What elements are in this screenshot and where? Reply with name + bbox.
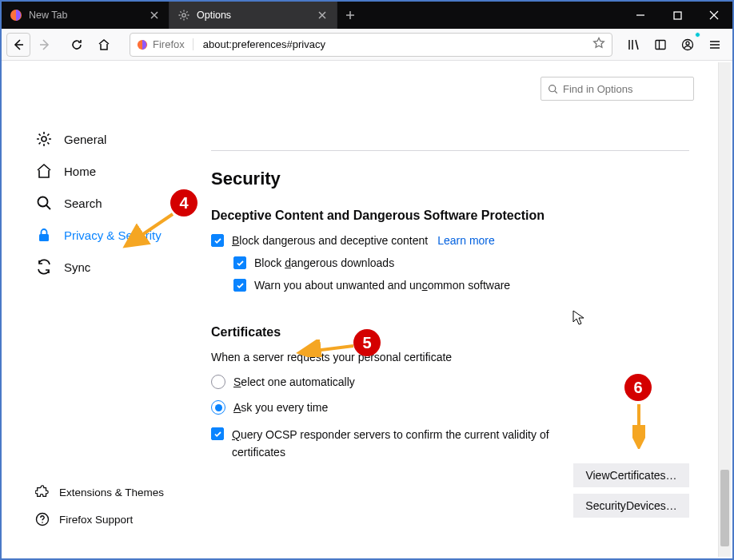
svg-point-8 bbox=[42, 137, 46, 141]
annotation-arrow-4 bbox=[120, 209, 178, 249]
find-in-options[interactable]: Find in Options bbox=[541, 77, 694, 101]
annotation-6: 6 bbox=[624, 374, 652, 401]
section-divider bbox=[211, 150, 689, 151]
radio-icon bbox=[211, 400, 225, 415]
firefox-icon bbox=[10, 9, 22, 22]
sidebar-item-home[interactable]: Home bbox=[30, 155, 190, 187]
category-sidebar: General Home Search Privacy & Security S… bbox=[30, 123, 190, 283]
radio-label: Select one automatically bbox=[233, 375, 355, 388]
sidebar-item-label: Firefox Support bbox=[59, 514, 133, 526]
sidebar-item-sync[interactable]: Sync bbox=[30, 251, 190, 283]
site-identity[interactable]: Firefox bbox=[137, 38, 193, 50]
maximize-button[interactable] bbox=[659, 2, 696, 29]
checkbox-icon bbox=[211, 427, 224, 440]
url-bar[interactable]: Firefox about:preferences#privacy bbox=[130, 33, 612, 57]
home-button[interactable] bbox=[91, 32, 117, 58]
scrollbar[interactable] bbox=[718, 62, 731, 557]
radio-select-automatically[interactable]: Select one automatically bbox=[211, 375, 689, 389]
annotation-5: 5 bbox=[353, 329, 381, 356]
sidebar-item-label: Home bbox=[64, 165, 96, 178]
checkbox-label: Warn you about unwanted and uncommon sof… bbox=[254, 279, 510, 292]
checkbox-icon bbox=[233, 256, 246, 269]
search-icon bbox=[548, 84, 558, 94]
checkbox-icon bbox=[233, 279, 246, 292]
sidebar-footer: Extensions & Themes Firefox Support bbox=[30, 479, 206, 533]
annotation-arrow-5 bbox=[296, 340, 358, 357]
checkbox-label: Query OCSP responder servers to confirm … bbox=[232, 426, 563, 462]
new-tab-button[interactable] bbox=[337, 2, 363, 29]
annotation-arrow-6 bbox=[632, 401, 645, 449]
sidebar-item-label: Search bbox=[64, 197, 102, 210]
tab-options[interactable]: Options bbox=[170, 2, 337, 29]
svg-point-9 bbox=[38, 197, 48, 207]
learn-more-link[interactable]: Learn more bbox=[437, 234, 495, 247]
sidebar-item-support[interactable]: Firefox Support bbox=[30, 506, 206, 533]
nav-toolbar: Firefox about:preferences#privacy bbox=[2, 29, 732, 61]
tab-close-icon[interactable] bbox=[148, 9, 161, 22]
library-button[interactable] bbox=[620, 32, 646, 58]
sidebar-item-extensions[interactable]: Extensions & Themes bbox=[30, 479, 206, 506]
svg-point-6 bbox=[686, 42, 689, 45]
gear-icon bbox=[35, 130, 53, 148]
annotation-4: 4 bbox=[170, 189, 197, 216]
radio-label: Ask you every time bbox=[233, 401, 328, 414]
minimize-button[interactable] bbox=[622, 2, 659, 29]
security-devices-button[interactable]: Security Devices… bbox=[573, 494, 689, 518]
forward-button[interactable] bbox=[32, 32, 58, 58]
sidebar-item-label: Sync bbox=[64, 260, 90, 274]
reload-button[interactable] bbox=[64, 32, 90, 58]
svg-rect-2 bbox=[674, 12, 681, 19]
certificates-description: When a server requests your personal cer… bbox=[211, 351, 689, 363]
profile-button[interactable] bbox=[675, 32, 700, 58]
gear-icon bbox=[178, 9, 190, 22]
url-text: about:preferences#privacy bbox=[203, 38, 586, 50]
svg-point-12 bbox=[42, 522, 43, 523]
sidebar-toggle-button[interactable] bbox=[648, 32, 673, 58]
certificates-heading: Certificates bbox=[211, 325, 689, 340]
view-certificates-button[interactable]: View Certificates… bbox=[573, 463, 689, 487]
app-menu-button[interactable] bbox=[702, 32, 728, 58]
window-controls bbox=[622, 2, 732, 29]
back-button[interactable] bbox=[6, 33, 30, 57]
find-placeholder: Find in Options bbox=[563, 83, 632, 95]
checkbox-block-downloads[interactable]: Block dangerous downloads bbox=[233, 256, 689, 269]
close-window-button[interactable] bbox=[696, 2, 732, 29]
security-heading: Security bbox=[211, 169, 689, 189]
checkbox-icon bbox=[211, 234, 224, 247]
scrollbar-thumb[interactable] bbox=[720, 470, 729, 546]
sidebar-item-label: Extensions & Themes bbox=[59, 487, 164, 498]
radio-ask-every-time[interactable]: Ask you every time bbox=[211, 400, 689, 415]
search-icon bbox=[35, 194, 53, 212]
content-area: Find in Options General Home Search Priv… bbox=[3, 62, 731, 557]
tab-new-tab[interactable]: New Tab bbox=[2, 2, 170, 29]
sidebar-item-label: General bbox=[64, 133, 106, 146]
profile-notification-dot bbox=[695, 32, 700, 38]
checkbox-label: Block dangerous downloads bbox=[254, 256, 394, 269]
lock-icon bbox=[35, 226, 53, 244]
identity-label: Firefox bbox=[153, 38, 185, 50]
settings-panel: Security Deceptive Content and Dangerous… bbox=[211, 150, 689, 462]
sync-icon bbox=[35, 258, 53, 276]
svg-point-1 bbox=[182, 14, 185, 17]
sidebar-item-general[interactable]: General bbox=[30, 123, 190, 155]
checkbox-block-deceptive[interactable]: Block dangerous and deceptive contentLea… bbox=[211, 234, 689, 247]
tab-label: Options bbox=[197, 10, 231, 21]
cursor-icon bbox=[572, 310, 585, 326]
svg-rect-10 bbox=[39, 234, 49, 241]
checkbox-ocsp[interactable]: Query OCSP responder servers to confirm … bbox=[211, 426, 563, 462]
tab-label: New Tab bbox=[29, 10, 67, 21]
deceptive-heading: Deceptive Content and Dangerous Software… bbox=[211, 209, 689, 223]
tab-close-icon[interactable] bbox=[316, 9, 329, 22]
puzzle-icon bbox=[35, 485, 50, 499]
question-icon bbox=[35, 512, 50, 526]
svg-rect-4 bbox=[656, 40, 665, 49]
svg-point-7 bbox=[549, 85, 556, 91]
titlebar: New Tab Options bbox=[2, 2, 732, 29]
checkbox-warn-uncommon[interactable]: Warn you about unwanted and uncommon sof… bbox=[233, 279, 689, 292]
radio-icon bbox=[211, 375, 225, 389]
checkbox-label: Block dangerous and deceptive contentLea… bbox=[232, 234, 495, 247]
bookmark-star-icon[interactable] bbox=[592, 37, 605, 52]
home-icon bbox=[35, 162, 53, 180]
